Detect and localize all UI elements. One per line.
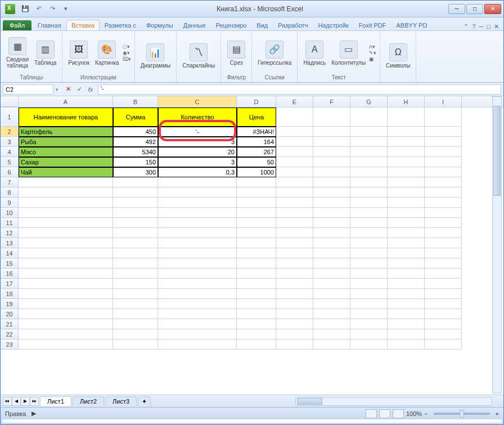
cell[interactable]	[237, 208, 276, 218]
row-header[interactable]: 14	[1, 248, 19, 258]
cell[interactable]	[237, 198, 276, 208]
cell[interactable]	[19, 198, 113, 208]
header-footer-button[interactable]: ▭Колонтитулы	[329, 39, 368, 67]
fx-icon[interactable]: fx	[86, 84, 96, 95]
cell[interactable]	[425, 147, 462, 157]
cell[interactable]	[158, 269, 237, 279]
cell[interactable]	[158, 238, 237, 248]
view-layout-icon[interactable]	[379, 409, 390, 418]
cell[interactable]	[19, 279, 113, 289]
cell[interactable]	[276, 218, 313, 228]
cell[interactable]	[158, 248, 237, 258]
col-header-b[interactable]: B	[113, 96, 158, 107]
cell[interactable]	[113, 187, 158, 198]
cell[interactable]	[425, 248, 462, 258]
cell[interactable]	[388, 309, 425, 319]
tab-home[interactable]: Главная	[33, 20, 66, 30]
cell[interactable]	[113, 279, 158, 289]
cell[interactable]	[425, 339, 462, 350]
cell[interactable]: 164	[237, 137, 276, 147]
formula-input[interactable]: '-	[98, 84, 501, 95]
object-icon[interactable]: ▣	[369, 56, 376, 62]
cell[interactable]	[237, 238, 276, 248]
col-header-e[interactable]: E	[276, 96, 313, 107]
tab-foxit[interactable]: Foxit PDF	[354, 20, 392, 30]
cell[interactable]	[388, 329, 425, 339]
cell[interactable]: Наименование товара	[19, 108, 113, 127]
cell[interactable]	[313, 258, 350, 269]
help-icon[interactable]: ?	[472, 23, 475, 30]
cell[interactable]	[313, 147, 350, 157]
cell[interactable]	[276, 339, 313, 350]
cell[interactable]	[158, 339, 237, 350]
cell[interactable]	[425, 127, 462, 137]
cell[interactable]	[158, 329, 237, 339]
cell[interactable]	[313, 289, 350, 299]
sheet-tab-2[interactable]: Лист2	[73, 396, 104, 406]
cell[interactable]: 0,3	[158, 167, 237, 177]
sparklines-button[interactable]: 〽Спарклайны	[180, 42, 217, 70]
cell[interactable]	[388, 279, 425, 289]
cell[interactable]	[276, 208, 313, 218]
cell[interactable]	[388, 258, 425, 269]
shapes-icon[interactable]: ⬡▾	[123, 44, 131, 50]
cell[interactable]	[158, 289, 237, 299]
sheet-nav-first-icon[interactable]: ⏮	[3, 397, 12, 406]
cell[interactable]	[276, 319, 313, 329]
cell[interactable]	[350, 339, 388, 350]
sheet-nav-next-icon[interactable]: ▶	[21, 397, 30, 406]
cell[interactable]	[388, 228, 425, 238]
cell[interactable]	[388, 248, 425, 258]
cell[interactable]	[276, 187, 313, 198]
cell[interactable]	[237, 319, 276, 329]
cell[interactable]	[276, 137, 313, 147]
tab-developer[interactable]: Разработч	[273, 20, 313, 30]
view-pagebreak-icon[interactable]	[393, 409, 404, 418]
cell[interactable]	[388, 238, 425, 248]
cell[interactable]	[388, 289, 425, 299]
cell[interactable]	[113, 248, 158, 258]
tab-data[interactable]: Данные	[178, 20, 211, 30]
cell[interactable]	[388, 157, 425, 167]
cell[interactable]	[425, 279, 462, 289]
cell[interactable]	[19, 208, 113, 218]
cell[interactable]	[158, 208, 237, 218]
cell[interactable]: 492	[113, 137, 158, 147]
cell[interactable]	[388, 269, 425, 279]
close-button[interactable]: ✕	[484, 4, 501, 14]
cell[interactable]	[388, 147, 425, 157]
cell[interactable]	[158, 279, 237, 289]
cell[interactable]	[425, 208, 462, 218]
cell[interactable]	[237, 187, 276, 198]
row-header[interactable]: 22	[1, 329, 19, 339]
cell[interactable]	[276, 248, 313, 258]
cell[interactable]	[113, 289, 158, 299]
hyperlink-button[interactable]: 🔗Гиперссылка	[255, 39, 294, 67]
cell[interactable]	[158, 299, 237, 309]
cell[interactable]	[113, 258, 158, 269]
cell[interactable]	[276, 289, 313, 299]
cell[interactable]: Картофель	[19, 127, 113, 137]
cell[interactable]	[313, 248, 350, 258]
horizontal-scrollbar[interactable]	[295, 397, 492, 406]
cell[interactable]	[237, 289, 276, 299]
doc-minimize-icon[interactable]: ─	[479, 23, 484, 30]
vertical-scrollbar[interactable]	[492, 96, 502, 393]
cell[interactable]	[350, 218, 388, 228]
cell[interactable]	[19, 218, 113, 228]
cell[interactable]	[276, 279, 313, 289]
cell[interactable]	[313, 238, 350, 248]
cell[interactable]: 267	[237, 147, 276, 157]
cell[interactable]	[158, 309, 237, 319]
cell[interactable]	[350, 137, 388, 147]
maximize-button[interactable]: □	[466, 4, 483, 14]
cell[interactable]	[425, 329, 462, 339]
sheet-nav-last-icon[interactable]: ⏭	[30, 397, 39, 406]
cell[interactable]	[313, 127, 350, 137]
cell[interactable]: 3	[158, 137, 237, 147]
cell[interactable]	[425, 309, 462, 319]
tab-abbyy[interactable]: ABBYY PD	[392, 20, 433, 30]
cell[interactable]	[276, 157, 313, 167]
doc-close-icon[interactable]: ✕	[494, 23, 499, 30]
cell[interactable]	[388, 299, 425, 309]
